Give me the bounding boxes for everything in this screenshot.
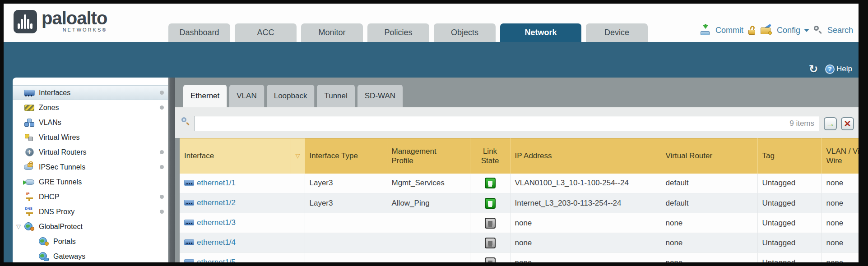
sidebar-item-ipsec-tunnels[interactable]: IPSec Tunnels: [13, 160, 168, 174]
virtual-routers-icon: ✛: [23, 147, 35, 157]
cell-virtual-router: none: [661, 213, 757, 233]
sidebar-item-dot: [160, 105, 164, 110]
filter-input[interactable]: 9 items: [194, 116, 819, 131]
sidebar-item-vlans[interactable]: VLANs: [13, 115, 168, 130]
cell-ip-address: none: [510, 233, 661, 253]
nav-tab-objects[interactable]: Objects: [434, 23, 496, 42]
lock-icon[interactable]: [748, 26, 756, 35]
sidebar-item-label: Portals: [53, 238, 76, 246]
main-nav-tabs: DashboardACCMonitorPoliciesObjectsNetwor…: [168, 23, 648, 42]
link-state-up-icon[interactable]: [485, 198, 496, 209]
items-count: 9 items: [789, 119, 814, 128]
nav-tab-policies[interactable]: Policies: [367, 23, 429, 42]
cell-interface-type: Layer3: [305, 193, 387, 213]
cell-management-profile: [387, 253, 470, 263]
tab-loopback[interactable]: Loopback: [267, 85, 315, 107]
tab-sd-wan[interactable]: SD-WAN: [357, 85, 403, 107]
refresh-icon[interactable]: ↻: [809, 64, 818, 74]
interface-link[interactable]: ethernet1/4: [184, 238, 236, 247]
nav-tab-device[interactable]: Device: [586, 23, 648, 42]
table-row: ethernet1/5nonenoneUntaggednone: [180, 253, 859, 263]
column-header-label: Management Profile: [392, 147, 441, 166]
sidebar-item-dns-proxy[interactable]: DNSDNS Proxy: [13, 204, 168, 219]
sidebar-item-interfaces[interactable]: Interfaces: [13, 85, 168, 100]
cell-vlan-wire: none: [822, 253, 859, 263]
tab-tunnel[interactable]: Tunnel: [317, 85, 355, 107]
dns-proxy-icon: DNS: [23, 207, 35, 217]
logo-brand-text: paloalto: [42, 7, 107, 29]
interface-name: ethernet1/5: [197, 258, 236, 262]
cell-interface: ethernet1/2: [180, 193, 305, 213]
config-button[interactable]: Config: [777, 26, 800, 35]
column-header-ip[interactable]: IP Address: [510, 138, 661, 174]
sidebar-item-portals[interactable]: Portals: [13, 234, 168, 249]
column-header-vr[interactable]: Virtual Router: [661, 138, 757, 174]
column-header-type[interactable]: Interface Type: [305, 138, 387, 174]
expand-collapse-icon[interactable]: ▽: [14, 223, 23, 230]
column-header-tag[interactable]: Tag: [757, 138, 822, 174]
sidebar-item-label: Interfaces: [39, 89, 70, 97]
interface-link[interactable]: ethernet1/5: [184, 258, 236, 262]
commit-button[interactable]: Commit: [715, 26, 743, 35]
search-icon[interactable]: [814, 26, 823, 35]
sidebar-item-virtual-wires[interactable]: Virtual Wires: [13, 130, 168, 145]
sidebar-item-zones[interactable]: Zones: [13, 100, 168, 115]
portals-icon: [38, 237, 50, 247]
interface-link[interactable]: ethernet1/2: [184, 198, 236, 207]
cell-virtual-router: none: [661, 233, 757, 253]
interface-link[interactable]: ethernet1/1: [184, 179, 236, 188]
link-state-up-icon[interactable]: [485, 178, 496, 188]
sidebar-item-gre-tunnels[interactable]: GRE Tunnels: [13, 174, 168, 189]
sidebar-item-globalprotect[interactable]: ▽GlobalProtect: [13, 219, 168, 234]
column-header-link[interactable]: Link State: [470, 138, 510, 174]
column-header-label: Interface Type: [310, 151, 387, 161]
nav-tab-network[interactable]: Network: [500, 23, 581, 42]
help-button[interactable]: ? Help: [825, 64, 852, 74]
commit-icon[interactable]: [700, 25, 711, 35]
cell-interface-type: [305, 253, 387, 263]
sidebar-item-label: DNS Proxy: [39, 208, 74, 216]
nav-tab-acc[interactable]: ACC: [235, 23, 297, 42]
help-icon: ?: [825, 64, 835, 74]
tab-ethernet[interactable]: Ethernet: [183, 85, 227, 107]
virtual-wires-icon: [23, 133, 35, 142]
sidebar-item-label: Virtual Wires: [39, 133, 79, 142]
interface-name: ethernet1/2: [197, 198, 236, 207]
gre-tunnels-icon: [23, 177, 35, 187]
link-state-down-icon[interactable]: [485, 218, 496, 229]
interface-name: ethernet1/4: [197, 238, 236, 247]
cell-interface-type: [305, 233, 387, 253]
sort-direction-icon[interactable]: ▽: [291, 138, 305, 174]
link-state-down-icon[interactable]: [485, 238, 496, 248]
cell-vlan-wire: none: [822, 193, 859, 213]
sidebar-item-label: Zones: [39, 104, 59, 112]
apply-filter-button[interactable]: →: [824, 117, 837, 130]
teal-banner: ↻ ? Help: [4, 42, 859, 78]
interface-link[interactable]: ethernet1/3: [184, 218, 236, 227]
column-header-mgmt[interactable]: Management Profile: [387, 138, 470, 174]
config-dropdown-caret-icon[interactable]: [804, 29, 809, 32]
cell-virtual-router: default: [661, 193, 757, 213]
search-button[interactable]: Search: [827, 26, 853, 35]
cell-management-profile: Mgmt_Services: [387, 174, 470, 193]
nav-tab-dashboard[interactable]: Dashboard: [168, 23, 230, 42]
column-header-label: Tag: [762, 151, 822, 161]
column-header-vlan[interactable]: VLAN / Virtual-Wire: [822, 138, 859, 174]
cell-tag: Untagged: [757, 233, 822, 253]
sidebar-item-gateways[interactable]: Gateways: [13, 249, 168, 262]
link-state-down-icon[interactable]: [485, 257, 496, 263]
cell-interface: ethernet1/3: [180, 213, 305, 233]
sidebar-item-virtual-routers[interactable]: ✛Virtual Routers: [13, 145, 168, 160]
clear-filter-button[interactable]: ✕: [841, 117, 854, 130]
sidebar-scrollbar[interactable]: [168, 78, 175, 262]
cell-tag: Untagged: [757, 193, 822, 213]
ethernet-port-icon: [184, 220, 194, 225]
nav-tab-monitor[interactable]: Monitor: [301, 23, 363, 42]
sidebar-item-dhcp[interactable]: IPDHCP: [13, 189, 168, 204]
tab-vlan[interactable]: VLAN: [229, 85, 264, 107]
column-header-interface[interactable]: Interface: [180, 138, 291, 174]
network-sidebar: InterfacesZonesVLANsVirtual Wires✛Virtua…: [13, 78, 168, 262]
sidebar-item-label: VLANs: [39, 119, 61, 127]
ethernet-port-icon: [184, 200, 194, 206]
config-icon[interactable]: [761, 26, 772, 35]
